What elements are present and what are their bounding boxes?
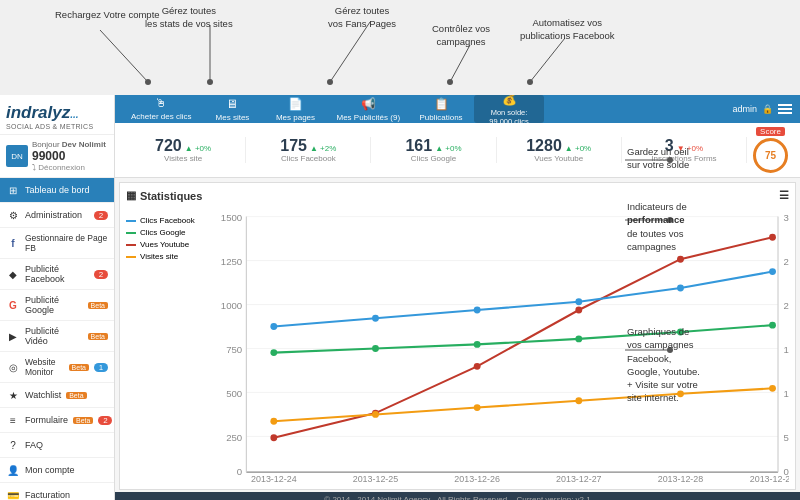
nav-label: Watchlist [25, 390, 61, 400]
nav-label: Facturation [25, 490, 70, 500]
svg-text:150: 150 [784, 344, 789, 355]
legend-color [126, 232, 136, 234]
sidebar-item-formulaire[interactable]: ≡ Formulaire Beta 2 [0, 408, 114, 433]
legend-label: Clics Google [140, 228, 185, 237]
publications-icon: 📋 [434, 97, 449, 111]
sidebar-item-dashboard[interactable]: ⊞ Tableau de bord [0, 178, 114, 203]
legend-label: Visites site [140, 252, 178, 261]
btn-label: Mes sites [216, 113, 250, 122]
legend-google: Clics Google [126, 228, 206, 237]
my-sites-icon: 🖥 [226, 97, 238, 111]
stat-label: Vues Youtube [534, 154, 583, 163]
svg-text:250: 250 [226, 432, 242, 443]
svg-text:2013-12-26: 2013-12-26 [454, 474, 500, 483]
sidebar-item-admin[interactable]: ⚙ Administration 2 [0, 203, 114, 228]
annotation-campagnes: Contrôlez voscampagnes [432, 22, 490, 49]
logo-subtitle: Social Ads & Metrics [6, 123, 108, 130]
sidebar-item-fb-pub[interactable]: ◆ Publicité Facebook 2 [0, 259, 114, 290]
legend-label: Clics Facebook [140, 216, 195, 225]
stat-forms: 3 ▼ +0% Inscriptions Forms [622, 137, 747, 164]
video-icon: ▶ [6, 329, 20, 343]
chart-svg: 1500 1250 1000 750 500 250 0 300 250 200… [212, 206, 789, 483]
nav-label: Publicité Facebook [25, 264, 89, 284]
legend-facebook: Clics Facebook [126, 216, 206, 225]
nav-label: Gestionnaire de Page FB [25, 233, 108, 253]
sidebar-item-google-pub[interactable]: G Publicité Google Beta [0, 290, 114, 321]
avatar: DN [6, 145, 28, 167]
annotation-recharge: Rechargez Votre compte [55, 8, 160, 21]
svg-point-59 [677, 390, 684, 397]
annotation-stats: Gérez toutesles stats de vos sites [145, 4, 233, 31]
sidebar-nav: ⊞ Tableau de bord ⚙ Administration 2 f G… [0, 178, 114, 500]
hamburger-menu[interactable] [778, 104, 792, 114]
svg-text:2013-12-27: 2013-12-27 [556, 474, 602, 483]
svg-text:250: 250 [784, 256, 789, 267]
svg-point-50 [372, 345, 379, 352]
stat-youtube: 1280 ▲ +0% Vues Youtube [497, 137, 622, 164]
sidebar-item-faq[interactable]: ? FAQ [0, 433, 114, 458]
svg-point-44 [372, 315, 379, 322]
stat-number: 720 [155, 137, 182, 155]
btn-ads[interactable]: 📢 Mes Publicités (9) [328, 95, 408, 123]
stat-label: Clics Google [411, 154, 456, 163]
svg-point-37 [270, 434, 277, 441]
logo-text: indralyz... [6, 103, 108, 123]
svg-point-51 [474, 341, 481, 348]
logout-link[interactable]: ⤵ Déconnexion [32, 163, 108, 172]
account-icon: 👤 [6, 463, 20, 477]
stat-label: Visites site [164, 154, 202, 163]
chart-legend: Clics Facebook Clics Google Vues Youtube… [126, 206, 206, 483]
beta-badge: Beta [66, 392, 86, 399]
beta-badge: Beta [73, 417, 93, 424]
score-cell: Score 75 [747, 127, 794, 173]
credits: 99000 [32, 149, 108, 163]
svg-point-7 [447, 79, 453, 85]
svg-point-41 [677, 256, 684, 263]
svg-point-57 [474, 404, 481, 411]
stat-visits: 720 ▲ +0% Visites site [121, 137, 246, 164]
sidebar-item-video-pub[interactable]: ▶ Publicité Vidéo Beta [0, 321, 114, 352]
chart-section: ▦ Statistiques ☰ Clics Facebook Clics Go… [119, 182, 796, 490]
btn-balance[interactable]: 💰 Mon solde:99 000 clics [474, 95, 544, 123]
btn-publications[interactable]: 📋 Publications [411, 95, 471, 123]
chart-menu-icon[interactable]: ☰ [779, 189, 789, 202]
btn-my-pages[interactable]: 📄 Mes pages [265, 95, 325, 123]
svg-text:2013-12-25: 2013-12-25 [353, 474, 399, 483]
greeting: Bonjour Dev Nolimit [32, 140, 108, 149]
svg-point-3 [207, 79, 213, 85]
svg-line-4 [330, 22, 370, 82]
svg-text:750: 750 [226, 344, 242, 355]
sidebar: indralyz... Social Ads & Metrics DN Bonj… [0, 95, 115, 500]
stat-label: Clics Facebook [281, 154, 336, 163]
svg-text:1250: 1250 [221, 256, 242, 267]
admin-label: admin [732, 104, 757, 114]
legend-youtube: Vues Youtube [126, 240, 206, 249]
svg-point-53 [677, 329, 684, 336]
btn-buy-clicks[interactable]: 🖱 Acheter des clics [123, 95, 199, 123]
legend-label: Vues Youtube [140, 240, 189, 249]
sidebar-item-fb-manager[interactable]: f Gestionnaire de Page FB [0, 228, 114, 259]
legend-color [126, 256, 136, 258]
btn-label: Mes Publicités (9) [336, 113, 400, 122]
sidebar-item-account[interactable]: 👤 Mon compte [0, 458, 114, 483]
svg-point-56 [372, 411, 379, 418]
user-panel: DN Bonjour Dev Nolimit 99000 ⤵ Déconnexi… [0, 135, 114, 178]
svg-text:50: 50 [784, 432, 789, 443]
sidebar-item-monitor[interactable]: ◎ Website Monitor Beta 1 [0, 352, 114, 383]
sidebar-item-billing[interactable]: 💳 Facturation [0, 483, 114, 500]
legend-color [126, 244, 136, 246]
svg-text:2013-12-28: 2013-12-28 [658, 474, 704, 483]
btn-my-sites[interactable]: 🖥 Mes sites [202, 95, 262, 123]
admin-area: admin 🔒 [732, 104, 792, 114]
svg-point-48 [769, 268, 776, 275]
billing-icon: 💳 [6, 488, 20, 500]
stat-change: ▲ +0% [435, 144, 461, 153]
btn-label: Mes pages [276, 113, 315, 122]
svg-point-46 [575, 298, 582, 305]
bar-chart-icon: ▦ [126, 189, 136, 202]
svg-text:0: 0 [237, 466, 242, 477]
sidebar-item-watchlist[interactable]: ★ Watchlist Beta [0, 383, 114, 408]
svg-line-0 [100, 30, 148, 82]
nav-label: Tableau de bord [25, 185, 90, 195]
svg-point-45 [474, 307, 481, 314]
